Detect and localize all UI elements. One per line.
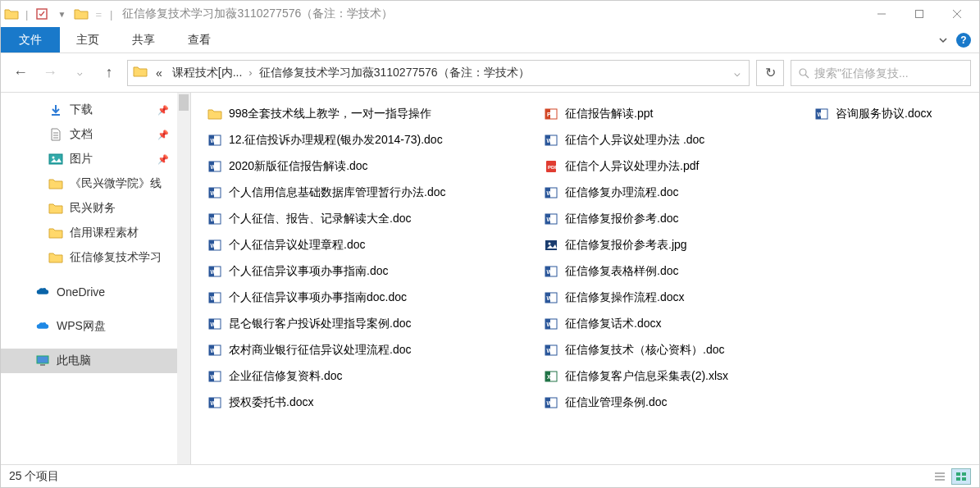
sidebar-item-12[interactable]: 此电脑 [1,349,190,373]
folder-icon [74,7,89,21]
chevron-down-icon[interactable]: ▼ [54,7,69,21]
word-icon: W [207,238,222,253]
file-item[interactable]: W征信修复话术.docx [540,311,786,337]
pdf-icon: PDF [544,159,558,174]
svg-text:W: W [547,217,553,222]
file-item[interactable]: W征信修复报价参考.doc [540,206,786,232]
breadcrumb-prefix[interactable]: « [153,66,166,80]
help-icon[interactable]: ? [956,33,971,48]
jpg-icon [544,238,558,253]
breadcrumb-2[interactable]: 征信修复技术学习加薇3110277576（备注：学技术） [256,66,533,80]
file-item[interactable]: W征信业管理条例.doc [540,390,786,416]
file-item[interactable]: W2020新版征信报告解读.doc [204,153,516,180]
sidebar-item-label: 文档 [70,127,93,142]
file-item[interactable]: W征信修复操作流程.docx [540,285,786,311]
word-icon: W [207,212,222,226]
breadcrumb-separator[interactable]: › [248,66,252,79]
titlebar: | ▼ = | 征信修复技术学习加薇3110277576（备注：学技术） [1,1,979,27]
file-item[interactable]: W12.征信投诉办理规程(银办发2014-73).doc [204,127,516,153]
file-item[interactable]: W征信修复办理流程.doc [540,180,786,206]
wordx-icon: W [207,395,222,410]
file-name: 个人征信异议处理章程.doc [229,238,365,253]
file-name: 征信修复话术.docx [565,317,661,331]
chevron-down-icon[interactable]: ⌵ [729,66,745,79]
sidebar-item-5[interactable]: 信用课程素材 [1,221,190,245]
sidebar-item-label: 下载 [70,103,93,117]
file-name: 征信业管理条例.doc [565,395,667,410]
search-box[interactable] [791,60,971,86]
tab-share[interactable]: 共享 [116,27,171,52]
sidebar-item-0[interactable]: 下载📌 [1,98,190,122]
svg-rect-14 [40,364,45,366]
file-item[interactable]: W农村商业银行征信异议处理流程.doc [204,337,516,363]
folder-icon [4,7,19,21]
file-item[interactable]: W个人征信异议事项办事指南.doc [204,258,516,285]
ribbon-expand-icon[interactable] [938,35,948,45]
svg-text:W: W [211,269,217,275]
sidebar-item-4[interactable]: 民兴财务 [1,196,190,221]
back-button[interactable]: ← [9,62,32,84]
file-list[interactable]: 998全套技术线上教学，一对一指导操作W12.征信投诉办理规程(银办发2014-… [191,93,979,464]
search-input[interactable] [814,66,964,80]
file-name: 个人信用信息基础数据库管理暂行办法.doc [229,185,445,200]
sidebar-item-3[interactable]: 《民兴微学院》线 [1,171,190,196]
breadcrumb-1[interactable]: 课程技术[内... [169,66,246,80]
svg-point-63 [549,243,551,245]
title-separator: | [110,8,112,21]
sidebar-item-10[interactable]: WPS网盘 [1,314,190,339]
sidebar-scrollbar[interactable] [177,93,190,464]
file-item[interactable]: W企业征信修复资料.doc [204,363,516,390]
file-name: 个人征信异议事项办事指南doc.doc [229,290,407,305]
svg-text:W: W [547,295,553,301]
svg-text:W: W [547,348,553,353]
sidebar-item-6[interactable]: 征信修复技术学习 [1,245,190,270]
word-icon: W [207,185,222,200]
maximize-button[interactable] [900,1,938,27]
file-item[interactable]: W授权委托书.docx [204,390,516,416]
pin-icon: 📌 [157,154,169,165]
file-item[interactable]: W个人征信异议处理章程.doc [204,232,516,258]
pin-icon: 📌 [157,130,169,140]
tab-view[interactable]: 查看 [171,27,227,52]
view-icons-button[interactable] [951,468,971,485]
file-item[interactable]: PDF征信个人异议处理办法.pdf [540,153,786,180]
tab-home[interactable]: 主页 [60,27,116,52]
sidebar-item-8[interactable]: OneDrive [1,280,190,304]
file-item[interactable]: W征信修复技术（核心资料）.doc [540,337,786,363]
document-icon [48,127,63,142]
refresh-button[interactable]: ↻ [756,60,784,86]
file-item[interactable]: 998全套技术线上教学，一对一指导操作 [204,101,516,127]
file-item[interactable]: W咨询服务协议.docx [811,101,975,127]
file-item[interactable]: W个人征信、报告、记录解读大全.doc [204,206,516,232]
forward-button[interactable]: → [39,62,62,84]
up-button[interactable]: ↑ [98,62,121,84]
view-details-button[interactable] [930,468,950,485]
file-item[interactable]: W征信个人异议处理办法 .doc [540,127,786,153]
close-button[interactable] [938,1,976,27]
sidebar: 下载📌文档📌图片📌《民兴微学院》线民兴财务信用课程素材征信修复技术学习OneDr… [1,93,191,464]
sidebar-item-2[interactable]: 图片📌 [1,147,190,171]
svg-text:W: W [211,190,217,196]
file-item[interactable]: 征信修复报价参考表.jpg [540,232,786,258]
sidebar-item-label: 信用课程素材 [70,226,139,240]
svg-rect-90 [956,477,960,481]
file-name: 农村商业银行征信异议处理流程.doc [229,343,411,358]
svg-line-6 [805,75,809,78]
recent-dropdown[interactable]: ⌵ [68,62,91,84]
tab-file[interactable]: 文件 [1,27,60,52]
file-name: 征信修复报价参考表.jpg [565,238,687,253]
svg-text:W: W [547,138,553,144]
file-item[interactable]: W个人信用信息基础数据库管理暂行办法.doc [204,180,516,206]
ppt-icon: P [544,107,558,121]
word-icon: W [544,185,558,200]
properties-icon[interactable] [34,7,49,21]
file-item[interactable]: W征信修复表格样例.doc [540,258,786,285]
minimize-button[interactable] [863,1,900,27]
sidebar-item-label: OneDrive [57,285,105,299]
file-item[interactable]: P征信报告解读.ppt [540,101,786,127]
file-item[interactable]: X征信修复客户信息采集表(2).xlsx [540,363,786,390]
address-input[interactable]: « 课程技术[内... › 征信修复技术学习加薇3110277576（备注：学技… [127,60,750,86]
file-item[interactable]: W个人征信异议事项办事指南doc.doc [204,285,516,311]
sidebar-item-1[interactable]: 文档📌 [1,122,190,147]
file-item[interactable]: W昆仑银行客户投诉处理指导案例.doc [204,311,516,337]
